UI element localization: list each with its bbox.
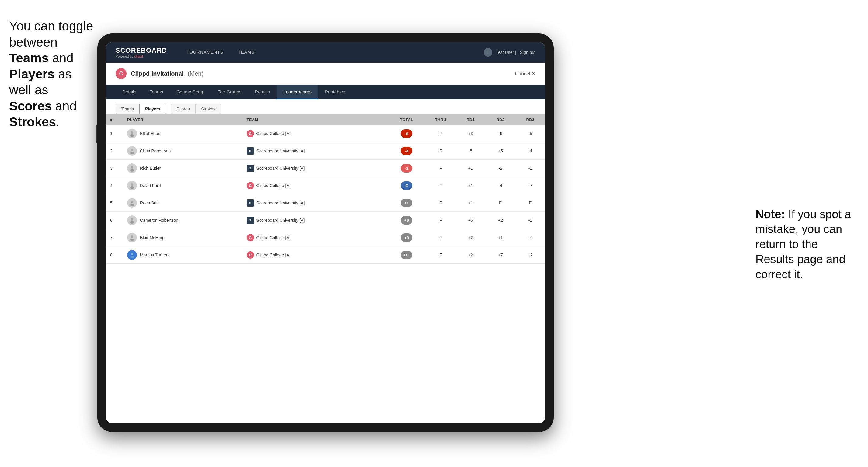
table-row[interactable]: 2 Chris RobertsonSScoreboard University … xyxy=(106,143,545,160)
cell-rd3: -4 xyxy=(516,143,545,160)
team-logo-icon: C xyxy=(247,251,254,258)
tab-tee-groups[interactable]: Tee Groups xyxy=(211,85,248,99)
cell-team: CClippd College [A] xyxy=(243,177,388,194)
tab-course-setup[interactable]: Course Setup xyxy=(170,85,211,99)
cell-rd1: +2 xyxy=(456,246,486,264)
cell-thru: F xyxy=(426,177,456,194)
col-header-rank: # xyxy=(106,115,123,125)
cell-rank: 4 xyxy=(106,177,123,194)
team-name: Clippd College [A] xyxy=(256,252,290,257)
cell-thru: F xyxy=(426,212,456,229)
table-row[interactable]: 6 Cameron RobertsonSScoreboard Universit… xyxy=(106,212,545,229)
nav-tournaments[interactable]: TOURNAMENTS xyxy=(179,47,230,58)
cell-thru: F xyxy=(426,143,456,160)
svg-point-1 xyxy=(131,131,133,134)
cell-player: Blair McHarg xyxy=(123,229,243,246)
cell-rd1: +3 xyxy=(456,125,486,143)
svg-point-6 xyxy=(130,169,134,172)
col-header-rd2: RD2 xyxy=(486,115,516,125)
sub-tab-strokes[interactable]: Strokes xyxy=(195,104,221,114)
score-badge: +1 xyxy=(401,199,412,207)
tournament-header: C Clippd Invitational (Men) Cancel ✕ xyxy=(106,63,545,85)
cell-team: CClippd College [A] xyxy=(243,229,388,246)
cell-rd2: -2 xyxy=(486,160,516,177)
cell-rd2: +7 xyxy=(486,246,516,264)
cell-rd3: E xyxy=(516,194,545,212)
app-content: C Clippd Invitational (Men) Cancel ✕ Det… xyxy=(106,63,545,424)
cell-rd3: +2 xyxy=(516,246,545,264)
score-badge: -2 xyxy=(401,164,412,173)
sign-out-link[interactable]: Sign out xyxy=(520,50,535,55)
team-name: Scoreboard University [A] xyxy=(256,166,305,171)
team-logo-icon: C xyxy=(247,130,254,137)
cell-rd1: -5 xyxy=(456,143,486,160)
tab-details[interactable]: Details xyxy=(116,85,143,99)
sub-tab-players[interactable]: Players xyxy=(140,104,166,114)
cell-rd1: +5 xyxy=(456,212,486,229)
cell-total: -8 xyxy=(387,125,426,143)
cell-rd2: -6 xyxy=(486,125,516,143)
cell-rd1: +1 xyxy=(456,194,486,212)
cell-team: SScoreboard University [A] xyxy=(243,143,388,160)
nav-teams[interactable]: TEAMS xyxy=(230,47,262,58)
team-name: Scoreboard University [A] xyxy=(256,149,305,153)
svg-point-4 xyxy=(130,152,134,154)
cell-total: -2 xyxy=(387,160,426,177)
cancel-button[interactable]: Cancel ✕ xyxy=(515,71,535,77)
tab-leaderboards[interactable]: Leaderboards xyxy=(277,85,318,99)
sub-tab-scores[interactable]: Scores xyxy=(171,104,196,114)
player-avatar xyxy=(127,215,137,225)
cell-team: SScoreboard University [A] xyxy=(243,212,388,229)
cell-rank: 2 xyxy=(106,143,123,160)
score-badge: +6 xyxy=(401,216,412,224)
player-avatar xyxy=(127,233,137,243)
score-type-group: Scores Strokes xyxy=(171,104,221,114)
svg-point-2 xyxy=(130,134,134,137)
svg-point-7 xyxy=(131,183,133,186)
score-badge: +8 xyxy=(401,234,412,242)
player-name: Rees Britt xyxy=(140,200,158,205)
score-badge: E xyxy=(401,181,412,190)
tab-results[interactable]: Results xyxy=(248,85,277,99)
tab-printables[interactable]: Printables xyxy=(318,85,352,99)
cell-rank: 3 xyxy=(106,160,123,177)
cell-player: Rees Britt xyxy=(123,194,243,212)
col-header-thru: THRU xyxy=(426,115,456,125)
player-name: David Ford xyxy=(140,183,161,188)
col-header-rd1: RD1 xyxy=(456,115,486,125)
tournament-name: Clippd Invitational (Men) xyxy=(131,70,204,77)
table-row[interactable]: 5 Rees BrittSScoreboard University [A]+1… xyxy=(106,194,545,212)
tablet-frame: SCOREBOARD Powered by clippd TOURNAMENTS… xyxy=(97,33,554,432)
table-row[interactable]: 1 Elliot EbertCClippd College [A]-8F+3-6… xyxy=(106,125,545,143)
cell-rd3: +6 xyxy=(516,229,545,246)
player-name: Chris Robertson xyxy=(140,149,171,153)
scoreboard-logo: SCOREBOARD Powered by clippd xyxy=(116,46,167,58)
cell-player: Chris Robertson xyxy=(123,143,243,160)
tab-teams[interactable]: Teams xyxy=(143,85,170,99)
table-row[interactable]: 3 Rich ButlerSScoreboard University [A]-… xyxy=(106,160,545,177)
sub-tab-teams[interactable]: Teams xyxy=(116,104,140,114)
cell-rd2: +2 xyxy=(486,212,516,229)
user-avatar: T xyxy=(484,48,492,57)
svg-point-12 xyxy=(130,221,134,224)
cell-rd3: -1 xyxy=(516,160,545,177)
player-name: Marcus Turners xyxy=(140,252,169,257)
header-right: T Test User | Sign out xyxy=(484,48,535,57)
logo-main-text: SCOREBOARD xyxy=(116,46,167,55)
team-logo-icon: S xyxy=(247,199,254,207)
cell-rd1: +1 xyxy=(456,177,486,194)
table-row[interactable]: 8 Marcus TurnersCClippd College [A]+11F+… xyxy=(106,246,545,264)
logo-sub-text: Powered by clippd xyxy=(116,55,167,58)
team-logo-icon: C xyxy=(247,234,254,241)
cell-total: +1 xyxy=(387,194,426,212)
table-row[interactable]: 7 Blair McHargCClippd College [A]+8F+2+1… xyxy=(106,229,545,246)
tablet-screen: SCOREBOARD Powered by clippd TOURNAMENTS… xyxy=(106,42,545,424)
table-row[interactable]: 4 David FordCClippd College [A]EF+1-4+3 xyxy=(106,177,545,194)
cell-thru: F xyxy=(426,246,456,264)
app-header: SCOREBOARD Powered by clippd TOURNAMENTS… xyxy=(106,42,545,63)
cell-total: E xyxy=(387,177,426,194)
team-name: Clippd College [A] xyxy=(256,183,290,188)
team-logo-icon: C xyxy=(247,182,254,189)
score-badge: -8 xyxy=(401,129,412,138)
cell-total: -4 xyxy=(387,143,426,160)
